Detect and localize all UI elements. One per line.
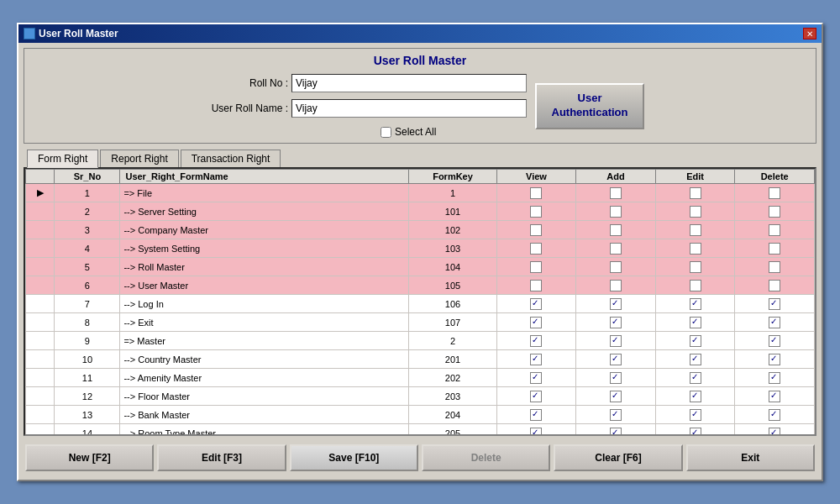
view-cell[interactable]	[496, 424, 576, 437]
delete-cell[interactable]	[735, 221, 815, 239]
edit-button[interactable]: Edit [F3]	[157, 444, 286, 471]
delete-checkbox[interactable]	[769, 428, 780, 436]
view-cell[interactable]	[496, 332, 576, 350]
delete-checkbox[interactable]	[769, 409, 780, 421]
save-button[interactable]: Save [F10]	[290, 444, 418, 471]
delete-cell[interactable]	[735, 313, 815, 332]
edit-cell[interactable]	[655, 239, 735, 258]
delete-cell[interactable]	[735, 295, 815, 313]
add-cell[interactable]	[576, 295, 656, 313]
edit-cell[interactable]	[655, 221, 735, 239]
view-cell[interactable]	[496, 258, 576, 276]
edit-checkbox[interactable]	[690, 354, 701, 365]
edit-cell[interactable]	[655, 258, 735, 276]
add-checkbox[interactable]	[610, 298, 622, 310]
view-checkbox[interactable]	[530, 391, 542, 402]
add-cell[interactable]	[576, 276, 656, 295]
view-cell[interactable]	[496, 350, 576, 369]
view-checkbox[interactable]	[530, 261, 542, 273]
edit-checkbox[interactable]	[690, 409, 701, 421]
delete-checkbox[interactable]	[769, 261, 780, 273]
delete-checkbox[interactable]	[769, 243, 780, 255]
add-cell[interactable]	[576, 332, 656, 350]
view-checkbox[interactable]	[530, 206, 542, 218]
add-checkbox[interactable]	[610, 428, 622, 436]
add-checkbox[interactable]	[610, 206, 622, 218]
add-checkbox[interactable]	[610, 243, 622, 255]
delete-checkbox[interactable]	[769, 317, 780, 328]
view-cell[interactable]	[496, 221, 576, 239]
edit-cell[interactable]	[655, 387, 735, 406]
edit-cell[interactable]	[655, 350, 735, 369]
exit-button[interactable]: Exit	[686, 444, 815, 471]
delete-cell[interactable]	[735, 202, 815, 221]
tab-report-right[interactable]: Report Right	[100, 150, 178, 168]
view-cell[interactable]	[496, 313, 576, 332]
edit-cell[interactable]	[655, 202, 735, 221]
delete-checkbox[interactable]	[769, 206, 780, 218]
edit-checkbox[interactable]	[690, 372, 701, 384]
add-cell[interactable]	[576, 350, 656, 369]
view-checkbox[interactable]	[530, 224, 542, 236]
new-button[interactable]: New [F2]	[25, 444, 154, 471]
add-checkbox[interactable]	[610, 280, 622, 291]
edit-cell[interactable]	[655, 369, 735, 387]
delete-checkbox[interactable]	[769, 372, 780, 384]
add-checkbox[interactable]	[610, 354, 622, 365]
delete-cell[interactable]	[735, 406, 815, 424]
view-checkbox[interactable]	[530, 187, 542, 199]
delete-cell[interactable]	[735, 332, 815, 350]
edit-cell[interactable]	[655, 295, 735, 313]
edit-checkbox[interactable]	[690, 224, 701, 236]
edit-checkbox[interactable]	[690, 187, 701, 199]
roll-no-input[interactable]	[291, 74, 527, 92]
delete-cell[interactable]	[735, 276, 815, 295]
auth-button[interactable]: User Authentication	[535, 83, 644, 129]
add-checkbox[interactable]	[610, 372, 622, 384]
delete-cell[interactable]	[735, 258, 815, 276]
view-cell[interactable]	[496, 239, 576, 258]
add-cell[interactable]	[576, 202, 656, 221]
add-checkbox[interactable]	[610, 224, 622, 236]
view-cell[interactable]	[496, 184, 576, 202]
view-checkbox[interactable]	[530, 428, 542, 436]
view-cell[interactable]	[496, 295, 576, 313]
add-checkbox[interactable]	[610, 409, 622, 421]
view-checkbox[interactable]	[530, 317, 542, 328]
view-checkbox[interactable]	[530, 354, 542, 365]
tab-form-right[interactable]: Form Right	[27, 150, 98, 168]
add-cell[interactable]	[576, 406, 656, 424]
edit-checkbox[interactable]	[690, 243, 701, 255]
view-cell[interactable]	[496, 276, 576, 295]
delete-checkbox[interactable]	[769, 391, 780, 402]
view-cell[interactable]	[496, 369, 576, 387]
view-checkbox[interactable]	[530, 298, 542, 310]
delete-checkbox[interactable]	[769, 298, 780, 310]
edit-checkbox[interactable]	[690, 280, 701, 291]
add-checkbox[interactable]	[610, 391, 622, 402]
edit-checkbox[interactable]	[690, 261, 701, 273]
edit-checkbox[interactable]	[690, 206, 701, 218]
edit-checkbox[interactable]	[690, 391, 701, 402]
clear-button[interactable]: Clear [F6]	[554, 444, 682, 471]
edit-cell[interactable]	[655, 424, 735, 437]
edit-cell[interactable]	[655, 332, 735, 350]
view-checkbox[interactable]	[530, 372, 542, 384]
add-cell[interactable]	[576, 221, 656, 239]
edit-cell[interactable]	[655, 313, 735, 332]
view-cell[interactable]	[496, 406, 576, 424]
delete-cell[interactable]	[735, 369, 815, 387]
delete-cell[interactable]	[735, 424, 815, 437]
add-cell[interactable]	[576, 424, 656, 437]
delete-cell[interactable]	[735, 184, 815, 202]
view-checkbox[interactable]	[530, 280, 542, 291]
user-roll-name-input[interactable]	[291, 99, 527, 118]
add-checkbox[interactable]	[610, 335, 622, 347]
add-checkbox[interactable]	[610, 261, 622, 273]
edit-checkbox[interactable]	[690, 428, 701, 436]
add-cell[interactable]	[576, 313, 656, 332]
add-checkbox[interactable]	[610, 187, 622, 199]
delete-checkbox[interactable]	[769, 335, 780, 347]
view-cell[interactable]	[496, 387, 576, 406]
add-cell[interactable]	[576, 184, 656, 202]
